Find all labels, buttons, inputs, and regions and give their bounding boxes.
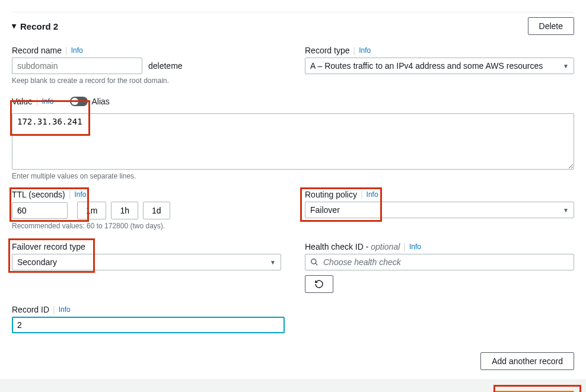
value-help: Enter multiple values on separate lines. (12, 172, 574, 180)
record-name-suffix: deleteme (148, 61, 183, 71)
section-title: Record 2 (20, 21, 58, 31)
routing-info[interactable]: Info (367, 190, 378, 199)
record-id-info[interactable]: Info (59, 305, 71, 314)
chevron-down-icon: ▼ (563, 207, 569, 213)
add-another-record-button[interactable]: Add another record (480, 352, 574, 370)
health-check-placeholder: Choose health check (323, 257, 401, 267)
record-type-value: A – Routes traffic to an IPv4 address an… (310, 61, 543, 71)
record-type-select[interactable]: A – Routes traffic to an IPv4 address an… (305, 58, 574, 74)
routing-value: Failover (310, 205, 340, 215)
routing-label: Routing policy (305, 190, 357, 199)
ttl-1m-button[interactable]: 1m (77, 202, 106, 219)
search-icon (310, 258, 319, 266)
value-info[interactable]: Info (42, 97, 53, 106)
delete-button[interactable]: Delete (528, 17, 574, 35)
record-type-label: Record type (305, 46, 349, 55)
failover-type-label: Failover record type (12, 242, 85, 251)
value-textarea[interactable] (12, 113, 574, 170)
ttl-help: Recommended values: 60 to 172800 (two da… (12, 222, 281, 230)
record-name-info[interactable]: Info (71, 46, 83, 55)
refresh-button[interactable] (305, 275, 333, 293)
caret-down-icon: ▶ (11, 24, 18, 28)
chevron-down-icon: ▼ (563, 63, 569, 69)
health-check-label: Health check ID - optional (305, 242, 400, 251)
alias-label: Alias (91, 97, 109, 106)
record-name-input[interactable] (12, 58, 142, 74)
ttl-1d-button[interactable]: 1d (143, 202, 170, 219)
record-type-info[interactable]: Info (359, 46, 371, 55)
record-name-label: Record name (12, 46, 62, 55)
failover-type-value: Secondary (17, 257, 57, 267)
record-id-label: Record ID (12, 305, 49, 314)
failover-type-select[interactable]: Secondary ▼ (12, 254, 281, 270)
value-label: Value (12, 97, 33, 106)
refresh-icon (314, 279, 324, 289)
record-id-input[interactable] (12, 317, 285, 333)
toggle-knob (71, 98, 78, 105)
health-check-info[interactable]: Info (409, 243, 421, 251)
ttl-info[interactable]: Info (74, 190, 86, 199)
ttl-label: TTL (seconds) (12, 190, 65, 199)
routing-select[interactable]: Failover ▼ (305, 202, 574, 218)
alias-toggle[interactable] (70, 97, 88, 106)
chevron-down-icon: ▼ (270, 259, 276, 266)
health-check-select[interactable]: Choose health check (305, 254, 574, 270)
ttl-1h-button[interactable]: 1h (111, 202, 138, 219)
ttl-input[interactable] (12, 202, 68, 219)
record-name-help: Keep blank to create a record for the ro… (12, 77, 281, 85)
svg-line-1 (316, 263, 318, 266)
svg-point-0 (311, 259, 316, 264)
section-header[interactable]: ▶ Record 2 (12, 21, 58, 31)
